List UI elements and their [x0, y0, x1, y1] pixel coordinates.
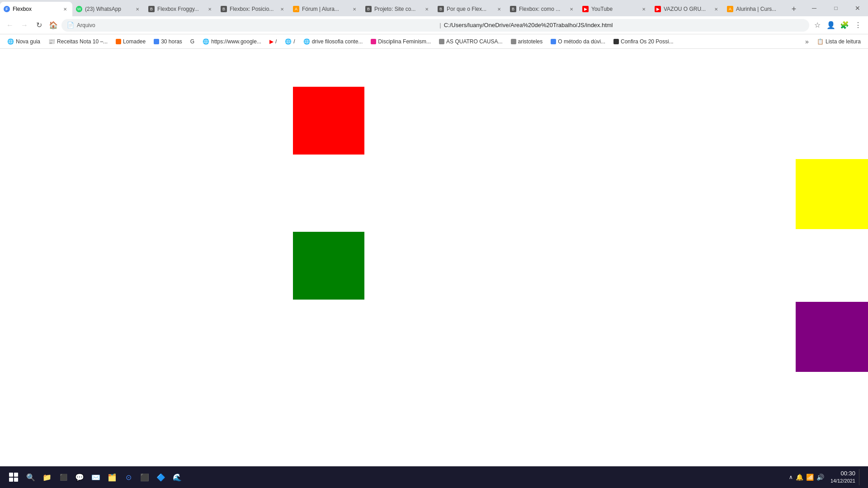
tab-vazou[interactable]: ▶ VAZOU O GRU... ✕ [651, 2, 723, 16]
address-divider: | [439, 22, 441, 28]
bookmark-icon-receitas: 📰 [48, 38, 55, 45]
show-desktop-button[interactable] [859, 469, 863, 485]
bookmark-nova-guia[interactable]: 🌐 Nova guia [4, 37, 44, 46]
task-view-icon[interactable]: ⬛ [56, 470, 71, 484]
home-button[interactable]: 🏠 [47, 19, 60, 32]
settings-button[interactable]: ⋮ [852, 19, 864, 32]
tab-posic[interactable]: B Flexbox: Posicio... ✕ [217, 2, 289, 16]
tab-alurinha[interactable]: A Alurinha | Curs... ✕ [723, 2, 786, 16]
tab-close-whatsapp[interactable]: ✕ [134, 5, 141, 13]
bookmark-icon-quatro [439, 39, 444, 44]
bookmark-google-url[interactable]: 🌐 https://www.google... [199, 37, 265, 46]
bookmark-label-google-url: https://www.google... [211, 38, 261, 45]
taskbar-clock[interactable]: 00:30 14/12/2021 [830, 469, 855, 485]
file-explorer-icon[interactable]: 📁 [40, 470, 54, 484]
bookmark-30horas[interactable]: 30 horas [150, 37, 186, 46]
taskbar-wifi-icon[interactable]: 📶 [806, 474, 814, 481]
tab-favicon-whatsapp: W [76, 6, 82, 12]
tab-flexbox-como[interactable]: B Flexbox: como ... ✕ [506, 2, 579, 16]
chrome-icon[interactable]: ⊙ [121, 470, 136, 484]
bookmark-drive[interactable]: 🌐 drive filosofia conte... [300, 37, 367, 46]
page-content [0, 49, 868, 466]
tab-favicon-alurinha: A [727, 6, 733, 12]
tab-porque[interactable]: B Por que o Flex... ✕ [434, 2, 506, 16]
chat-icon[interactable]: 💬 [72, 470, 87, 484]
bookmark-slash[interactable]: 🌐 / [281, 37, 298, 46]
tab-close-froggy[interactable]: ✕ [206, 5, 213, 13]
tab-label-alurinha: Alurinha | Curs... [736, 6, 782, 12]
address-text: C:/Users/luany/OneDrive/Area%20de%20Trab… [444, 22, 804, 28]
taskbar-time: 00:30 [830, 469, 855, 478]
bookmark-label-nova-guia: Nova guia [16, 38, 40, 45]
tab-close-vazou[interactable]: ✕ [712, 5, 720, 13]
tab-favicon-flexbox-como: B [510, 6, 516, 12]
mail-icon[interactable]: ✉️ [89, 470, 103, 484]
start-button[interactable] [5, 469, 22, 485]
bookmark-label-quatro: AS QUATRO CAUSA... [446, 38, 502, 45]
tab-favicon-youtube: ▶ [582, 6, 589, 12]
folder-icon[interactable]: 🗂️ [105, 470, 119, 484]
new-tab-button[interactable]: + [788, 3, 800, 15]
bookmark-icon-30horas [154, 39, 159, 44]
terminal-icon[interactable]: ⬛ [137, 470, 152, 484]
bookmark-icon-google-url: 🌐 [203, 38, 209, 45]
bookmark-label-aristoteles: aristoteles [518, 38, 543, 45]
bookmark-confira[interactable]: Confira Os 20 Possi... [610, 37, 677, 46]
bookmark-quatro[interactable]: AS QUATRO CAUSA... [435, 37, 506, 46]
tab-close-projeto[interactable]: ✕ [423, 5, 430, 13]
tab-favicon-vazou: ▶ [655, 6, 661, 12]
tab-favicon-alura: A [293, 6, 299, 12]
tab-close-youtube[interactable]: ✕ [640, 5, 647, 13]
bookmarks-more-button[interactable]: » [801, 35, 813, 48]
taskbar-chevron-up-icon[interactable]: ∧ [789, 474, 793, 480]
search-taskbar-icon[interactable]: 🔍 [24, 470, 38, 484]
close-button[interactable]: ✕ [847, 2, 868, 14]
bookmark-icon-slash: 🌐 [285, 38, 292, 45]
tab-close-posic[interactable]: ✕ [278, 5, 286, 13]
tab-label-posic: Flexbox: Posicio... [230, 6, 276, 12]
tab-bar: F Flexbox ✕ W (23) WhatsApp ✕ B Flexbox … [0, 0, 868, 16]
tab-label-froggy: Flexbox Froggy... [157, 6, 203, 12]
bookmarks-bar: 🌐 Nova guia 📰 Receitas Nota 10 –... Loma… [0, 34, 868, 49]
bookmark-receitas[interactable]: 📰 Receitas Nota 10 –... [45, 37, 111, 46]
tab-flexbox[interactable]: F Flexbox ✕ [0, 2, 72, 16]
bookmark-icon-lomadee [116, 39, 121, 44]
bookmark-metodo[interactable]: O método da dúvi... [547, 37, 609, 46]
profile-button[interactable]: 👤 [825, 19, 837, 32]
vscode-icon[interactable]: 🔷 [154, 470, 168, 484]
tab-close-flexbox-como[interactable]: ✕ [568, 5, 575, 13]
bookmark-aristoteles[interactable]: aristoteles [507, 37, 547, 46]
bookmark-icon-google: G [190, 38, 194, 45]
file-icon: 📄 [67, 22, 74, 28]
bookmark-icon-confira [613, 39, 619, 44]
taskbar: 🔍 📁 ⬛ 💬 ✉️ 🗂️ ⊙ ⬛ 🔷 🌊 ∧ 🔔 📶 🔊 00:30 14/1… [0, 466, 868, 488]
taskbar-volume-icon[interactable]: 🔊 [816, 474, 824, 481]
taskbar-notification-icon[interactable]: 🔔 [796, 474, 803, 481]
minimize-button[interactable]: ─ [804, 2, 825, 14]
reading-list-icon: 📋 [817, 38, 824, 45]
maximize-button[interactable]: □ [826, 2, 846, 14]
bookmark-disciplina[interactable]: Disciplina Feminism... [367, 37, 434, 46]
tab-alura[interactable]: A Fórum | Alura... ✕ [289, 2, 362, 16]
tab-youtube[interactable]: ▶ YouTube ✕ [579, 2, 651, 16]
tab-close-alura[interactable]: ✕ [351, 5, 358, 13]
tab-close-porque[interactable]: ✕ [495, 5, 503, 13]
back-button[interactable]: ← [4, 19, 16, 32]
tab-whatsapp[interactable]: W (23) WhatsApp ✕ [72, 2, 145, 16]
tab-close-alurinha[interactable]: ✕ [785, 5, 786, 13]
bookmark-lomadee[interactable]: Lomadee [112, 37, 149, 46]
windows-logo-icon [9, 473, 18, 482]
address-bar[interactable]: 📄 Arquivo | C:/Users/luany/OneDrive/Area… [61, 19, 809, 32]
bookmark-yt[interactable]: ▶ / [266, 37, 280, 46]
tab-froggy[interactable]: B Flexbox Froggy... ✕ [145, 2, 217, 16]
red-box [293, 87, 364, 155]
reload-button[interactable]: ↻ [33, 19, 45, 32]
bookmark-google[interactable]: G [187, 37, 198, 46]
edge-icon[interactable]: 🌊 [170, 470, 184, 484]
tab-close-flexbox[interactable]: ✕ [61, 5, 69, 13]
forward-button[interactable]: → [18, 19, 31, 32]
tab-projeto[interactable]: B Projeto: Site co... ✕ [362, 2, 434, 16]
extensions-button[interactable]: 🧩 [838, 19, 851, 32]
bookmark-button[interactable]: ☆ [811, 19, 824, 32]
bookmark-reading-list[interactable]: 📋 Lista de leitura [813, 37, 864, 46]
